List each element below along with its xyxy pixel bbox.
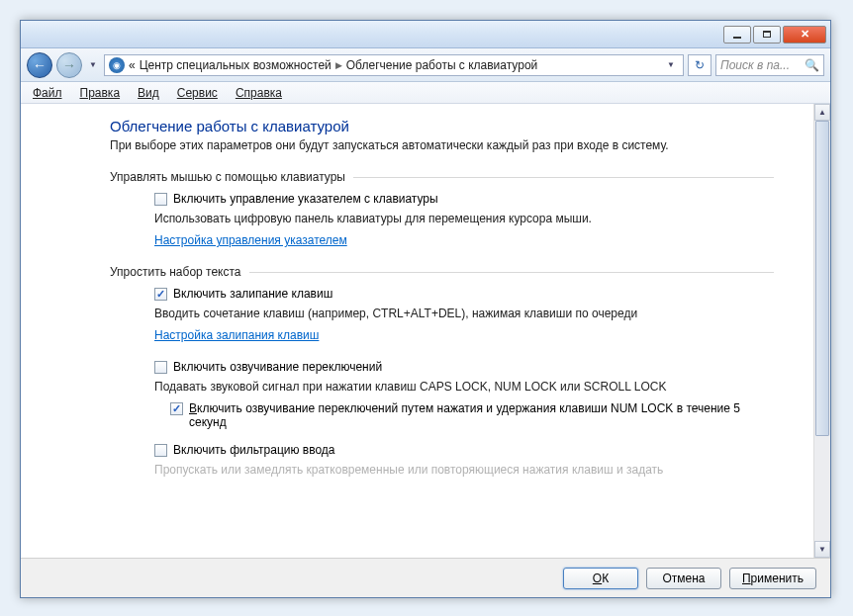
window: ✕ ← → ▼ ◉ « Центр специальных возможност… — [20, 20, 831, 598]
breadcrumb-icon: ◉ — [109, 57, 125, 73]
close-button[interactable]: ✕ — [783, 26, 826, 44]
menu-view[interactable]: Вид — [130, 84, 167, 102]
close-icon: ✕ — [801, 28, 809, 41]
link-mouse-keys-settings[interactable]: Настройка управления указателем — [154, 233, 774, 247]
filter-keys-desc: Пропускать или замедлять кратковременные… — [154, 463, 774, 477]
checkbox-label: Включить озвучивание переключений путем … — [189, 401, 774, 429]
ok-button[interactable]: ОК — [563, 568, 638, 589]
scroll-thumb[interactable] — [815, 121, 829, 436]
checkbox-toggle-keys[interactable]: Включить озвучивание переключений — [154, 360, 774, 374]
breadcrumb-item-2[interactable]: Облегчение работы с клавиатурой — [346, 58, 538, 72]
chevron-right-icon: ▶ — [335, 60, 342, 70]
link-sticky-keys-settings[interactable]: Настройка залипания клавиш — [154, 328, 774, 342]
back-button[interactable]: ← — [27, 52, 52, 78]
checkbox-icon — [154, 361, 167, 374]
checkbox-filter-keys[interactable]: Включить фильтрацию ввода — [154, 443, 774, 457]
apply-button[interactable]: Применить — [729, 568, 816, 589]
checkbox-label: Включить озвучивание переключений — [173, 360, 382, 374]
menu-service[interactable]: Сервис — [169, 84, 226, 102]
checkbox-sticky-keys[interactable]: Включить залипание клавиш — [154, 287, 774, 301]
scroll-track[interactable] — [814, 121, 830, 541]
search-placeholder: Поиск в па... — [720, 58, 790, 72]
minimize-button[interactable] — [723, 26, 751, 44]
checkbox-toggle-keys-numlock[interactable]: Включить озвучивание переключений путем … — [170, 401, 774, 429]
scroll-down-button[interactable]: ▼ — [814, 541, 830, 558]
page-subtitle: При выборе этих параметров они будут зап… — [110, 138, 774, 152]
vertical-scrollbar[interactable]: ▲ ▼ — [813, 104, 830, 558]
menu-help[interactable]: Справка — [228, 84, 290, 102]
breadcrumb[interactable]: ◉ « Центр специальных возможностей ▶ Обл… — [104, 54, 684, 76]
nav-history-dropdown[interactable]: ▼ — [86, 56, 100, 74]
breadcrumb-prefix: « — [129, 58, 136, 72]
content-area: Облегчение работы с клавиатурой При выбо… — [21, 104, 830, 558]
toggle-keys-desc: Подавать звуковой сигнал при нажатии кла… — [154, 380, 774, 394]
checkbox-icon — [154, 444, 167, 457]
scroll-up-button[interactable]: ▲ — [814, 104, 830, 121]
maximize-button[interactable] — [753, 26, 781, 44]
section-typing-head: Упростить набор текста — [110, 265, 774, 279]
checkbox-mouse-keys[interactable]: Включить управление указателем с клавиат… — [154, 192, 774, 206]
titlebar: ✕ — [21, 21, 830, 48]
menubar: Файл Правка Вид Сервис Справка — [21, 82, 830, 104]
mouse-keys-desc: Использовать цифровую панель клавиатуры … — [154, 212, 774, 225]
checkbox-icon — [170, 402, 183, 415]
checkbox-label: Включить залипание клавиш — [173, 287, 332, 301]
refresh-button[interactable]: ↻ — [688, 54, 711, 76]
breadcrumb-item-1[interactable]: Центр специальных возможностей — [140, 58, 332, 72]
checkbox-label: Включить управление указателем с клавиат… — [173, 192, 438, 206]
menu-edit[interactable]: Правка — [72, 84, 129, 102]
button-bar: ОК Отмена Применить — [21, 558, 830, 597]
checkbox-icon — [154, 193, 167, 206]
menu-file[interactable]: Файл — [25, 84, 70, 102]
search-input[interactable]: Поиск в па... 🔍 — [715, 54, 824, 76]
sticky-keys-desc: Вводить сочетание клавиш (например, CTRL… — [154, 307, 774, 320]
section-mouse-head: Управлять мышью с помощью клавиатуры — [110, 170, 774, 184]
navbar: ← → ▼ ◉ « Центр специальных возможностей… — [21, 48, 830, 82]
content-scroll: Облегчение работы с клавиатурой При выбо… — [21, 104, 813, 558]
checkbox-label: Включить фильтрацию ввода — [173, 443, 335, 457]
page-title: Облегчение работы с клавиатурой — [110, 118, 774, 134]
forward-button[interactable]: → — [56, 52, 82, 78]
breadcrumb-dropdown[interactable]: ▼ — [663, 60, 679, 69]
checkbox-icon — [154, 288, 167, 301]
search-icon: 🔍 — [805, 58, 819, 72]
cancel-button[interactable]: Отмена — [646, 568, 721, 589]
